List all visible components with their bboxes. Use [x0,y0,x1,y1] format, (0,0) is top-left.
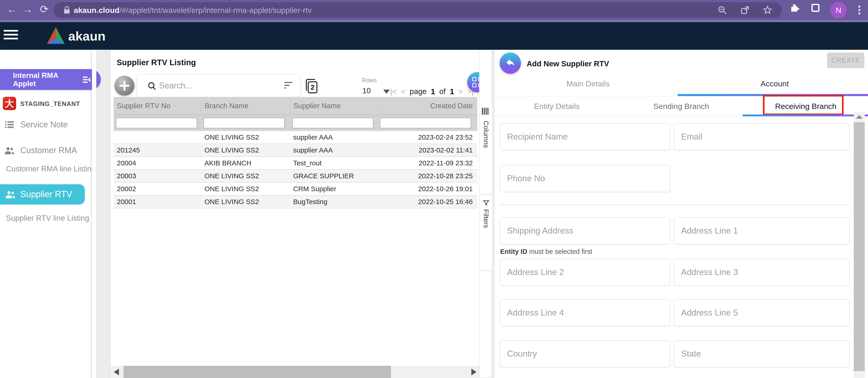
cell-supplier-rtv-no: 20002 [114,185,201,193]
filter-input-supplier-rtv-no[interactable] [116,118,197,128]
cell-branch-name: ONE LIVING SS2 [201,198,290,206]
search-filter-icon[interactable] [284,82,293,90]
brand-logo[interactable]: akaun [45,25,105,46]
scrollbar-thumb[interactable] [854,122,865,371]
column-header[interactable]: Supplier Name [290,97,377,115]
cell-supplier-name: BugTesting [290,198,377,206]
screen: ← → ⟳ akaun.cloud/#/applet/tnt/wavelet/e… [0,0,868,378]
helper-rest: must be selected first [527,248,592,255]
filter-input-created-date[interactable] [380,118,471,128]
scroll-right-icon[interactable] [471,369,476,375]
sidebar-tenant[interactable]: 大 STAGING_TENANT [0,97,91,113]
create-button[interactable]: CREATE [827,53,864,68]
page-total: 1 [450,87,454,96]
sidebar-item-label: Customer RMA [20,146,77,155]
chrome-bottom-strip [0,20,868,22]
back-button[interactable] [500,53,521,74]
subtab-sending-branch[interactable]: Sending Branch [619,96,744,116]
table-row[interactable]: 20002 ONE LIVING SS2 CRM Supplier 2022-1… [114,182,477,195]
table-header-row: Supplier RTV No Branch Name Supplier Nam… [114,97,477,115]
horizontal-scrollbar[interactable] [111,366,479,378]
chevron-down-icon[interactable] [383,90,390,94]
add-record-button[interactable] [115,76,134,96]
cell-supplier-rtv-no: 20003 [114,172,201,180]
list-icon [4,119,15,130]
rows-per-page-select[interactable]: 10 [362,86,371,95]
cell-created-date: 2022-11-09 23:32 [377,159,477,167]
columns-tab[interactable]: Columns [479,103,492,195]
cell-branch-name: ONE LIVING SS2 [201,185,290,193]
recipient-name-field[interactable] [500,123,670,150]
bookmark-star-icon[interactable] [763,5,773,15]
sidebar-item-customer-rma-line-listing[interactable]: Customer RMA line Listing [6,164,96,173]
subtab-entity-details[interactable]: Entity Details [495,96,619,116]
column-header[interactable]: Created Date [377,97,477,115]
applet-banner[interactable]: Internal RMA Applet [0,69,101,90]
table-row[interactable]: 201245 ONE LIVING SS2 supplier AAA 2023-… [114,144,477,156]
scroll-left-icon[interactable] [114,369,119,375]
filter-input-branch-name[interactable] [204,118,285,128]
browser-reload-icon[interactable]: ⟳ [38,3,50,15]
country-field[interactable] [500,340,670,368]
email-field[interactable] [674,123,849,150]
data-table: Supplier RTV No Branch Name Supplier Nam… [114,97,477,209]
people-icon [4,145,15,156]
columns-icon [482,108,490,115]
address-bar[interactable]: akaun.cloud/#/applet/tnt/wavelet/erp/int… [54,2,782,18]
filters-tab[interactable]: Filters [479,195,492,271]
tab-main-details[interactable]: Main Details [495,71,681,96]
address-line-1-field[interactable] [674,217,849,244]
scroll-up-icon[interactable] [856,115,863,119]
cell-supplier-rtv-no: 20004 [114,159,201,167]
share-icon[interactable] [740,5,750,15]
tenant-app-icon: 大 [3,97,16,110]
akaun-triangle-icon [45,25,66,46]
tab-account[interactable]: Account [681,71,868,96]
sidebar-item-customer-rma[interactable]: Customer RMA [0,143,91,159]
table-row[interactable]: ONE LIVING SS2 supplier AAA 2023-02-24 2… [114,131,477,144]
scrollbar-thumb[interactable] [124,366,391,378]
search-input[interactable] [159,79,270,93]
first-page-button[interactable]: |< [390,87,397,96]
address-line-2-field[interactable] [500,259,670,286]
saved-views-icon[interactable]: 2 [306,79,318,94]
browser-back-icon[interactable]: ← [6,3,18,15]
divider [500,204,849,205]
table-row[interactable]: 20003 ONE LIVING SS2 GRACE SUPPLIER 2022… [114,169,477,182]
browser-forward-icon[interactable]: → [22,3,34,15]
column-header[interactable]: Supplier RTV No [114,97,201,115]
address-line-3-field[interactable] [674,259,849,286]
sidebar-item-supplier-rtv-line-listing[interactable]: Supplier RTV line Listing [6,214,89,222]
filter-input-supplier-name[interactable] [292,118,373,128]
zoom-out-icon[interactable] [717,5,727,15]
cell-branch-name: ONE LIVING SS2 [201,172,290,180]
browser-profile-badge[interactable]: N [830,2,847,19]
prev-page-button[interactable]: < [401,87,406,96]
state-field[interactable] [674,340,849,368]
cell-supplier-name: GRACE SUPPLIER [290,172,377,180]
sidebar-item-label: Service Note [20,120,68,129]
address-line-5-field[interactable] [674,299,849,326]
address-line-4-field[interactable] [500,299,670,326]
next-page-button[interactable]: > [458,87,463,96]
extensions-puzzle-icon[interactable] [789,3,799,13]
vertical-scrollbar[interactable] [854,112,865,378]
sidebar-item-supplier-rtv-active[interactable]: Supplier RTV [0,184,85,204]
phone-no-field[interactable] [500,165,670,192]
add-supplier-rtv-panel: Add New Supplier RTV CREATE Main Details… [495,50,868,378]
table-row[interactable]: 20004 AKIB BRANCH Test_rout 2022-11-09 2… [114,156,477,169]
collapse-sidebar-icon[interactable] [81,74,92,85]
sidebar-gap [92,50,96,378]
side-panel-icon[interactable] [810,3,820,13]
shipping-address-field[interactable] [500,217,670,244]
table-row[interactable]: 20001 ONE LIVING SS2 BugTesting 2022-10-… [114,195,477,208]
brand-name: akaun [68,29,105,43]
column-header[interactable]: Branch Name [201,97,290,115]
copy-count: 2 [308,81,317,93]
subtab-receiving-branch[interactable]: Receiving Branch [744,96,868,116]
sidebar-item-service-note[interactable]: Service Note [0,117,91,133]
cell-supplier-name: supplier AAA [290,146,377,154]
browser-menu-icon[interactable] [858,4,861,18]
hamburger-menu-icon[interactable] [4,30,19,42]
table-filter-row [114,115,477,131]
